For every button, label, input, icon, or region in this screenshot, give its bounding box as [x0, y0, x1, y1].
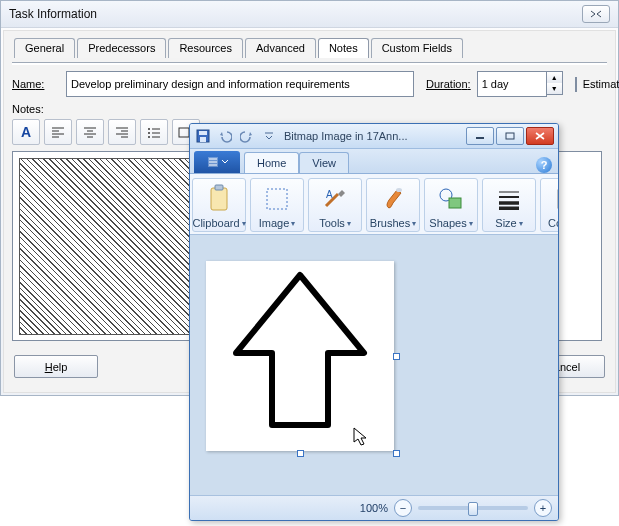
font-button[interactable]: A	[12, 119, 40, 145]
dialog-title: Task Information	[9, 1, 97, 27]
ribbon-group-brushes[interactable]: Brushes▾	[366, 178, 420, 232]
brush-icon	[377, 183, 409, 215]
ribbon-group-colors[interactable]: Colors▾	[540, 178, 559, 232]
align-right-button[interactable]	[108, 119, 136, 145]
tab-custom-fields[interactable]: Custom Fields	[371, 38, 463, 58]
name-label: Name:	[12, 78, 60, 90]
ribbon-group-clipboard[interactable]: Clipboard▾	[192, 178, 246, 232]
maximize-button[interactable]	[496, 127, 524, 145]
zoom-slider-thumb[interactable]	[468, 502, 478, 516]
resize-handle-bottom[interactable]	[297, 450, 304, 457]
qat-dropdown-icon[interactable]	[260, 127, 278, 145]
redo-icon[interactable]	[238, 127, 256, 145]
duration-input[interactable]	[477, 71, 547, 97]
svg-rect-9	[211, 188, 227, 210]
close-button[interactable]	[526, 127, 554, 145]
chevron-down-icon: ▾	[412, 219, 416, 228]
file-menu-icon	[208, 157, 218, 167]
help-icon[interactable]: ?	[536, 157, 552, 173]
zoom-in-button[interactable]: +	[534, 499, 552, 517]
ribbon-group-size[interactable]: Size▾	[482, 178, 536, 232]
quick-access-toolbar	[194, 127, 278, 145]
estimated-checkbox[interactable]	[575, 77, 577, 92]
chevron-down-icon: ▾	[291, 219, 295, 228]
svg-rect-7	[506, 133, 514, 139]
dialog-titlebar[interactable]: Task Information	[1, 1, 618, 28]
svg-text:A: A	[326, 189, 333, 200]
svg-point-1	[148, 132, 150, 134]
duration-label: Duration:	[426, 78, 471, 90]
estimated-label: Estimated	[583, 78, 619, 90]
zoom-slider[interactable]	[418, 506, 528, 510]
chevron-down-icon: ▾	[242, 219, 246, 228]
svg-rect-16	[558, 190, 559, 208]
paint-tabstrip: Home View ?	[190, 149, 558, 174]
paint-statusbar: 100% − +	[190, 495, 558, 520]
tab-view[interactable]: View	[299, 152, 349, 173]
ribbon-group-image[interactable]: Image▾	[250, 178, 304, 232]
colors-label: Colors	[548, 217, 559, 229]
clipboard-label: Clipboard	[192, 217, 239, 229]
duration-spin-down[interactable]: ▼	[547, 83, 562, 94]
paint-titlebar[interactable]: Bitmap Image in 17Ann...	[190, 124, 558, 149]
align-center-button[interactable]	[76, 119, 104, 145]
help-button[interactable]: Help	[14, 355, 98, 378]
tools-label: Tools	[319, 217, 345, 229]
ribbon: Clipboard▾ Image▾ A Tools▾ Brushes▾ Shap…	[190, 174, 558, 235]
svg-point-13	[396, 188, 402, 192]
svg-rect-5	[199, 131, 207, 135]
svg-rect-3	[179, 128, 189, 137]
clipboard-icon	[203, 183, 235, 215]
size-icon	[493, 183, 525, 215]
dialog-close-button[interactable]	[582, 5, 610, 23]
tab-advanced[interactable]: Advanced	[245, 38, 316, 58]
paint-title: Bitmap Image in 17Ann...	[284, 130, 460, 142]
tab-home[interactable]: Home	[244, 152, 299, 173]
duration-spin-up[interactable]: ▲	[547, 72, 562, 83]
paint-window: Bitmap Image in 17Ann... Home View ? Cli…	[189, 123, 559, 521]
size-label: Size	[495, 217, 516, 229]
tab-underline	[12, 62, 607, 65]
tab-strip: General Predecessors Resources Advanced …	[12, 37, 607, 57]
image-label: Image	[259, 217, 290, 229]
paint-canvas[interactable]	[206, 261, 394, 451]
resize-handle-right[interactable]	[393, 353, 400, 360]
svg-rect-10	[215, 185, 223, 190]
colors-icon	[551, 183, 559, 215]
zoom-label: 100%	[360, 502, 388, 514]
chevron-down-icon: ▾	[347, 219, 351, 228]
zoom-out-button[interactable]: −	[394, 499, 412, 517]
name-input[interactable]	[66, 71, 414, 97]
chevron-down-icon: ▾	[469, 219, 473, 228]
ribbon-group-tools[interactable]: A Tools▾	[308, 178, 362, 232]
name-row: Name: Duration: ▲ ▼ Estimated	[12, 71, 607, 97]
svg-point-0	[148, 128, 150, 130]
shapes-label: Shapes	[429, 217, 466, 229]
tools-icon: A	[319, 183, 351, 215]
image-select-icon	[261, 183, 293, 215]
tab-resources[interactable]: Resources	[168, 38, 243, 58]
svg-point-2	[148, 136, 150, 138]
chevron-down-icon: ▾	[519, 219, 523, 228]
tab-notes[interactable]: Notes	[318, 38, 369, 58]
notes-label: Notes:	[12, 103, 44, 115]
duration-spinner[interactable]: ▲ ▼	[477, 71, 563, 97]
align-left-button[interactable]	[44, 119, 72, 145]
resize-handle-corner[interactable]	[393, 450, 400, 457]
bullet-list-button[interactable]	[140, 119, 168, 145]
minimize-button[interactable]	[466, 127, 494, 145]
tab-general[interactable]: General	[14, 38, 75, 58]
window-controls	[466, 127, 554, 145]
svg-rect-15	[449, 198, 461, 208]
shapes-icon	[435, 183, 467, 215]
brushes-label: Brushes	[370, 217, 410, 229]
undo-icon[interactable]	[216, 127, 234, 145]
svg-rect-6	[200, 137, 206, 142]
ribbon-group-shapes[interactable]: Shapes▾	[424, 178, 478, 232]
save-icon[interactable]	[194, 127, 212, 145]
drawn-arrow-shape	[206, 261, 394, 451]
file-menu-button[interactable]	[194, 151, 240, 173]
tab-predecessors[interactable]: Predecessors	[77, 38, 166, 58]
svg-rect-11	[267, 189, 287, 209]
paint-canvas-area[interactable]	[190, 235, 558, 495]
